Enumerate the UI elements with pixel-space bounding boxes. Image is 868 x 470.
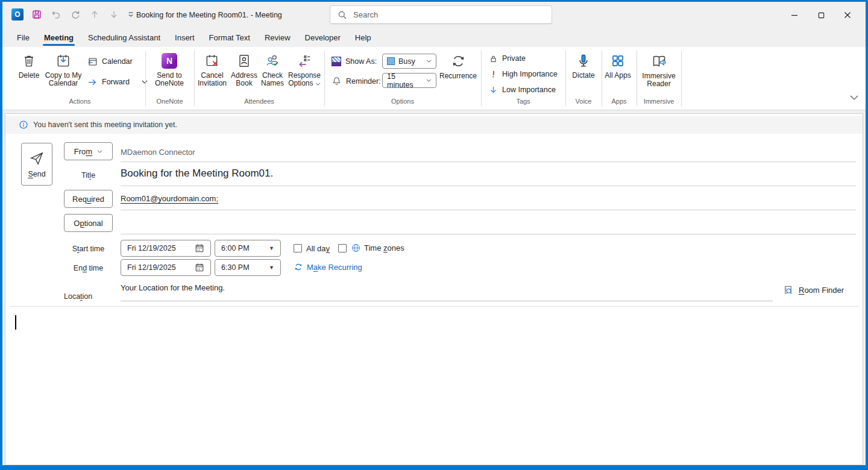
onenote-icon: N [162,53,177,69]
tab-file[interactable]: File [10,30,37,47]
tab-scheduling-assistant[interactable]: Scheduling Assistant [81,30,168,47]
tab-meeting[interactable]: Meeting [37,30,81,47]
ribbon-tab-row: File Meeting Scheduling Assistant Insert… [2,28,866,47]
optional-button[interactable]: Optional [64,214,113,232]
tab-format-text[interactable]: Format Text [202,30,257,47]
check-names-button[interactable]: Check Names [258,51,287,99]
show-as-label: Show As: [332,57,377,66]
recurrence-icon [450,53,467,69]
dropdown-arrow-icon[interactable]: ▼ [269,245,274,251]
room-finder-button[interactable]: Room Finder [782,284,844,296]
maximize-button[interactable] [808,6,834,24]
reminder-bell-icon [332,76,342,86]
forward-dropdown-icon[interactable] [142,80,148,84]
immersive-reader-button[interactable]: Immersive Reader [638,51,680,99]
forward-button[interactable]: Forward [87,75,148,89]
send-button[interactable]: Send [21,143,52,186]
info-icon [19,120,28,130]
busy-status-icon [387,57,395,65]
delete-button[interactable]: Delete [16,51,42,99]
time-zones-checkbox[interactable] [338,244,347,252]
search-input[interactable] [353,10,522,19]
start-date-field[interactable]: Fri 12/19/2025 [121,240,211,257]
high-importance-button[interactable]: High Importance [488,67,558,81]
tab-review[interactable]: Review [257,30,298,47]
dropdown-arrow-icon[interactable]: ▼ [269,265,274,271]
all-day-label: All day [306,244,330,253]
all-apps-button[interactable]: All Apps [603,51,633,99]
move-down-icon [106,7,122,22]
location-label: Location [64,292,92,301]
tab-developer[interactable]: Developer [298,30,348,47]
all-day-checkbox[interactable] [294,244,302,252]
cancel-invitation-button[interactable]: Cancel Invitation [197,51,228,99]
actions-group-label: Actions [16,98,144,105]
options-group-label: Options [324,98,481,105]
cancel-invitation-icon [204,53,220,69]
private-button[interactable]: Private [488,52,526,65]
send-plane-icon [29,151,45,166]
title-value[interactable]: Booking for the Meeting Room01. [121,168,273,180]
send-to-onenote-button[interactable]: N Send to OneNote [151,51,188,99]
save-icon[interactable] [29,7,45,22]
address-book-icon [236,53,252,69]
title-label: Title [64,171,113,180]
response-options-dropdown-icon [315,83,321,86]
required-value[interactable]: Room01@yourdomain.com; [121,194,218,203]
room-finder-icon [782,284,794,296]
collapse-ribbon-icon[interactable] [850,95,858,100]
location-value[interactable]: Your Location for the Meeting. [121,283,225,292]
end-time-field[interactable]: 6:30 PM▼ [215,259,281,276]
response-options-icon [297,53,312,69]
globe-icon [351,243,361,253]
time-zones-label: Time zones [351,243,404,253]
search-box[interactable] [330,5,552,24]
make-recurring-link[interactable]: Make Recurring [294,262,362,272]
close-button[interactable] [834,6,861,24]
immersive-reader-icon [651,53,667,69]
from-button[interactable]: From [64,142,113,160]
show-as-select[interactable]: Busy [382,54,436,69]
end-date-field[interactable]: Fri 12/19/2025 [121,259,211,276]
response-options-button[interactable]: Response Options [287,51,322,99]
high-importance-icon [488,69,498,80]
date-picker-icon[interactable] [195,263,204,272]
undo-icon[interactable] [48,7,64,22]
onenote-group-label: OneNote [145,98,194,105]
meeting-window: O [0,0,868,470]
chevron-down-icon [426,60,432,63]
apps-group-label: Apps [602,98,637,105]
address-book-button[interactable]: Address Book [229,51,259,99]
move-up-icon [87,7,102,22]
outlook-app-icon: O [10,7,25,22]
ribbon: Delete Copy to My Calendar Calendar Forw… [2,47,866,110]
reminder-select[interactable]: 15 minutes [382,73,436,88]
make-recurring-icon [294,262,303,272]
all-apps-icon [610,53,626,69]
dictate-button[interactable]: Dictate [568,51,599,99]
minimize-button[interactable] [781,6,808,24]
immersive-group-label: Immersive [637,98,681,105]
copy-to-calendar-icon [55,53,71,69]
chevron-down-icon [426,79,432,82]
tags-group-label: Tags [481,98,565,105]
tab-help[interactable]: Help [348,30,379,47]
customize-qat-icon[interactable] [125,7,136,22]
recurrence-button[interactable]: Recurrence [438,51,479,99]
low-importance-button[interactable]: Low Importance [488,83,556,96]
check-names-icon [265,53,280,69]
date-picker-icon[interactable] [195,243,204,253]
voice-group-label: Voice [565,98,602,105]
info-message: You haven't sent this meeting invitation… [33,121,177,129]
copy-to-my-calendar-button[interactable]: Copy to My Calendar [41,51,86,99]
start-time-field[interactable]: 6:00 PM▼ [215,240,281,257]
show-as-icon [332,57,341,66]
message-body[interactable] [6,307,862,464]
reminder-label: Reminder: [332,76,381,86]
tab-insert[interactable]: Insert [168,30,202,47]
required-button[interactable]: Required [64,190,113,208]
redo-icon[interactable] [68,7,83,22]
from-value: MDaemon Connector [121,148,195,157]
calendar-button[interactable]: Calendar [87,54,133,69]
window-title: Booking for the Meeting Room01. - Meetin… [136,11,282,19]
